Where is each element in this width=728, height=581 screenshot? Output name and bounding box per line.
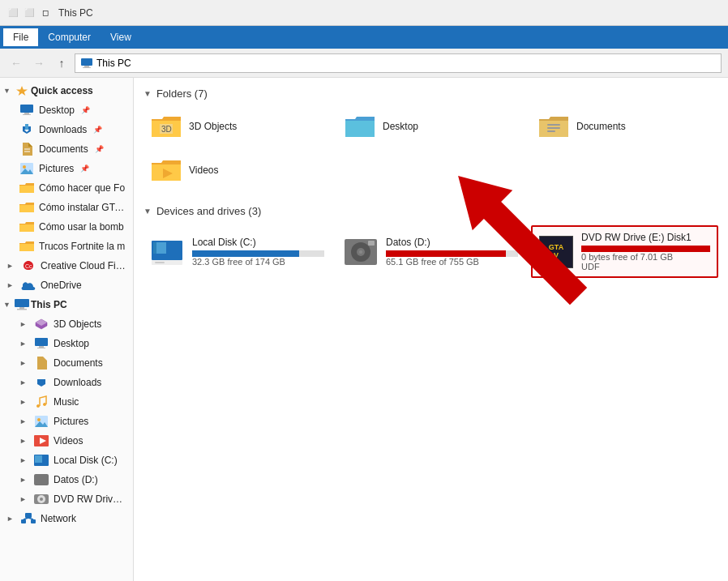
pin-icon: 📌 [81, 106, 90, 114]
drive-bar-wrap-c [192, 250, 324, 257]
sidebar-item-network[interactable]: ► Network [0, 509, 133, 528]
svg-rect-4 [20, 105, 33, 113]
quick-access-arrow: ▼ [3, 87, 13, 95]
drive-name-d: Datos (D:) [386, 237, 518, 248]
sidebar-item-datos-pc[interactable]: ► Datos (D:) [0, 470, 133, 489]
menu-tab-view[interactable]: View [101, 28, 141, 46]
svg-rect-34 [25, 513, 32, 518]
svg-rect-1 [84, 66, 89, 67]
drives-section-header[interactable]: ▼ Devices and drives (3) [143, 205, 718, 217]
sidebar-item-music-pc[interactable]: ► Music [0, 392, 133, 412]
onedrive-icon [21, 278, 36, 293]
sidebar-datos-pc-label: Datos (D:) [54, 474, 98, 485]
folder-icon-videos [150, 156, 182, 184]
drive-info-c: Local Disk (C:) 32.3 GB free of 174 GB [192, 237, 324, 267]
3dobjects-icon [34, 317, 49, 331]
main-layout: ▼ Quick access Desktop 📌 Downloads 📌 Do [0, 78, 728, 581]
folder-label-documents: Documents [576, 121, 626, 132]
pin-icon-pic: 📌 [80, 164, 89, 173]
this-pc-icon [80, 57, 93, 70]
sidebar-como2-label: Cómo instalar GTA S [39, 202, 126, 213]
folder-icon-3 [19, 220, 34, 234]
title-bar-controls[interactable]: ⬜ ⬜ ◻ [6, 6, 52, 19]
svg-rect-41 [547, 127, 560, 129]
sidebar-item-downloads-pc[interactable]: ► Downloads [0, 373, 133, 392]
drive-name-e: DVD RW Drive (E:) Disk1 [581, 232, 710, 243]
sidebar-item-localdisk-pc[interactable]: ► Local Disk (C:) [0, 451, 133, 470]
folder-item-3dobjects[interactable]: 3D 3D Objects [143, 108, 331, 145]
folder-icon-4 [19, 239, 34, 254]
sidebar-quick-access-header[interactable]: ▼ Quick access [0, 81, 133, 100]
sidebar-cc-label: Creative Cloud Files [41, 260, 126, 271]
sidebar: ▼ Quick access Desktop 📌 Downloads 📌 Do [0, 78, 134, 581]
sidebar-documents-pc-label: Documents [54, 357, 103, 369]
sidebar-item-como3[interactable]: Cómo usar la bomb [0, 217, 133, 237]
svg-rect-46 [153, 242, 156, 254]
sidebar-item-3dobjects[interactable]: ► 3D Objects [0, 314, 133, 334]
svg-point-12 [23, 165, 26, 169]
svg-rect-2 [83, 67, 91, 68]
documents-pc-arrow: ► [19, 359, 29, 367]
drive-item-e[interactable]: GTAV DVD RW Drive (E:) Disk1 0 bytes fre… [531, 225, 718, 278]
svg-rect-42 [547, 130, 555, 132]
sidebar-item-onedrive[interactable]: ► OneDrive [0, 276, 133, 295]
dvd-pc-arrow: ► [19, 495, 29, 503]
sidebar-downloads-label: Downloads [39, 124, 87, 135]
sidebar-item-documents-qa[interactable]: Documents 📌 [0, 139, 133, 159]
drive-item-c[interactable]: Local Disk (C:) 32.3 GB free of 174 GB [143, 225, 331, 278]
network-arrow: ► [6, 515, 16, 523]
sidebar-item-pictures-pc[interactable]: ► Pictures [0, 412, 133, 431]
address-bar[interactable]: This PC [75, 53, 722, 73]
folder-item-documents[interactable]: Documents [531, 108, 718, 145]
menu-tab-file[interactable]: File [3, 28, 38, 46]
sidebar-localdisk-pc-label: Local Disk (C:) [54, 455, 118, 466]
up-button[interactable]: ↑ [52, 53, 71, 73]
drive-item-d[interactable]: Datos (D:) 65.1 GB free of 755 GB [337, 225, 525, 278]
localdisk-pc-icon [34, 453, 49, 468]
drive-icon-e: GTAV [539, 236, 573, 268]
drive-bar-e [581, 246, 710, 252]
sidebar-this-pc-label: This PC [31, 299, 67, 310]
drive-sub-d: 65.1 GB free of 755 GB [386, 257, 518, 267]
quick-access-label: Quick access [31, 85, 93, 96]
menu-bar: File Computer View [0, 26, 728, 49]
back-button[interactable]: ← [6, 53, 26, 73]
sidebar-downloads-pc-label: Downloads [54, 377, 101, 388]
sidebar-item-desktop-qa[interactable]: Desktop 📌 [0, 100, 133, 120]
folder-icon-1 [19, 181, 34, 195]
drive-icon-c [150, 236, 184, 268]
drive-bar-wrap-d [386, 250, 518, 257]
sidebar-item-como2[interactable]: Cómo instalar GTA S [0, 198, 133, 217]
sidebar-item-pictures-qa[interactable]: Pictures 📌 [0, 159, 133, 178]
sidebar-3dobjects-label: 3D Objects [54, 318, 101, 330]
svg-rect-5 [24, 113, 29, 114]
folders-section-header[interactable]: ▼ Folders (7) [143, 88, 718, 100]
sidebar-this-pc-header[interactable]: ▼ This PC [0, 295, 133, 314]
sidebar-item-documents-pc[interactable]: ► Documents [0, 353, 133, 373]
sidebar-item-creative-cloud[interactable]: ► Cc Creative Cloud Files [0, 256, 133, 276]
drive-bar-wrap-e [581, 246, 710, 252]
downloads-pc-icon [34, 375, 49, 390]
svg-text:Cc: Cc [25, 263, 32, 269]
sidebar-item-como1[interactable]: Cómo hacer que Fo [0, 178, 133, 198]
sidebar-item-dvd-pc[interactable]: ► DVD RW Drive (E:) [0, 489, 133, 509]
svg-rect-22 [37, 348, 45, 348]
svg-rect-6 [23, 114, 31, 115]
desktop-pc-arrow: ► [19, 340, 29, 348]
sidebar-item-desktop-pc[interactable]: ► Desktop [0, 334, 133, 353]
folder-item-videos[interactable]: Videos [143, 152, 331, 189]
pin-icon-dl: 📌 [93, 126, 102, 134]
svg-point-52 [359, 250, 362, 254]
folder-label-videos: Videos [189, 164, 218, 176]
quick-access-star-icon [15, 83, 29, 98]
sidebar-item-videos-pc[interactable]: ► Videos [0, 431, 133, 451]
folder-item-desktop[interactable]: Desktop [337, 108, 525, 145]
pictures-pc-arrow: ► [19, 417, 29, 425]
sidebar-item-downloads-qa[interactable]: Downloads 📌 [0, 120, 133, 139]
forward-button[interactable]: → [29, 53, 49, 73]
sidebar-trucos-label: Trucos Fortnite la m [39, 241, 125, 252]
menu-tab-computer[interactable]: Computer [38, 28, 101, 46]
sidebar-item-trucos[interactable]: Trucos Fortnite la m [0, 237, 133, 256]
folder-icon-documents [537, 113, 570, 140]
onedrive-arrow: ► [6, 281, 16, 289]
